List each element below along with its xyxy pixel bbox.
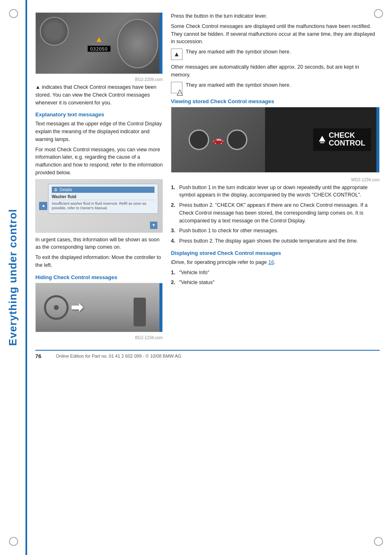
heading-displaying: Displaying stored Check Control messages xyxy=(171,250,380,256)
para-exit: To exit the displayed information: Move … xyxy=(35,254,163,269)
popup-header-bar: 🗎 Details xyxy=(52,187,154,193)
page-link-16[interactable]: 16 xyxy=(268,259,274,265)
popup-box: 🗎 Details Washer fluid Insufficient wash… xyxy=(48,184,158,214)
cc-left-panel: 🚗 xyxy=(171,107,265,172)
turn-lever xyxy=(134,298,146,326)
list-item: 3.Push button 1 to check for other messa… xyxy=(171,227,380,235)
step-text: "Vehicle Info" xyxy=(179,269,210,277)
step-number: 3. xyxy=(171,227,177,235)
symbol-row-1: They are marked with the symbol shown he… xyxy=(171,48,380,60)
image-caption-cc: WD2-1234.com xyxy=(171,178,380,182)
dash-center-panel: ▲ 032050 xyxy=(88,35,111,52)
details-popup-image: ◄ 🗎 Details Washer fluid Insufficient wa… xyxy=(35,179,163,233)
left-speedometer xyxy=(40,17,69,46)
page-number: 76 xyxy=(35,353,48,359)
corner-mark-tr xyxy=(374,9,383,18)
para-press-button: Press the button in the turn indicator l… xyxy=(171,12,380,20)
symbol-box-2 xyxy=(171,82,182,93)
image-caption-1: BG2-2209.com xyxy=(35,77,163,82)
left-gauge xyxy=(189,130,209,150)
dashboard-image: ▲ 032050 xyxy=(35,12,163,74)
corner-mark-br xyxy=(374,537,383,546)
list-item: 2."Vehicle status" xyxy=(171,279,380,287)
para-some-messages: Some Check Control messages are displaye… xyxy=(171,23,380,46)
image-blue-strip xyxy=(159,13,162,74)
car-silhouette: 🚗 xyxy=(212,134,224,145)
step-number: 4. xyxy=(171,237,177,245)
sidebar-title: Everything under control xyxy=(0,0,25,555)
displaying-steps-list: 1."Vehicle Info"2."Vehicle status" xyxy=(171,269,380,287)
right-gauge xyxy=(227,130,247,150)
sidebar-title-text: Everything under control xyxy=(7,209,19,346)
image-caption-hiding: BG2-1234.com xyxy=(35,335,163,340)
footer-text: Online Edition for Part no. 01 41 2 602 … xyxy=(56,354,181,358)
instrument-cluster: 🚗 xyxy=(189,130,247,150)
right-speedometer xyxy=(117,19,158,68)
list-item: 4.Press button 2. The display again show… xyxy=(171,237,380,245)
step-number: 2. xyxy=(171,279,177,287)
popup-washer-title: Washer fluid xyxy=(52,194,154,200)
symbol2-text: They are marked with the symbol shown he… xyxy=(186,81,291,89)
triangle-filled-icon xyxy=(173,51,180,58)
cc-image-blue-strip xyxy=(376,107,379,172)
cc-text-line2: CONTROL xyxy=(329,140,365,148)
step-number: 1. xyxy=(171,269,177,277)
two-col-layout: ▲ 032050 BG2-2209.com ▲ indicates that C… xyxy=(35,12,380,342)
step-number: 1. xyxy=(171,184,177,199)
odometer-display: 032050 xyxy=(88,46,111,52)
list-item: 1.Push button 1 in the turn indicator le… xyxy=(171,184,380,199)
heading-explanatory: Explanatory text messages xyxy=(35,111,163,118)
symbol-box-1 xyxy=(171,49,182,60)
popup-down-arrow: ▼ xyxy=(150,222,157,229)
para-other-messages: Other messages are automatically hidden … xyxy=(171,63,380,79)
list-item: 2.Press button 2. "CHECK OK" appears if … xyxy=(171,201,380,224)
para-idrive: iDrive, for operating principle refer to… xyxy=(171,259,380,266)
page-container: Everything under control ▲ 032050 BG2-22… xyxy=(0,0,392,555)
hiding-arrow-icon: ➡ xyxy=(71,299,83,316)
step-text: Push button 1 to check for other message… xyxy=(179,227,278,235)
para-urgent: In urgent cases, this information will b… xyxy=(35,236,163,252)
viewing-steps-list: 1.Push button 1 in the turn indicator le… xyxy=(171,184,380,245)
page-footer: 76 Online Edition for Part no. 01 41 2 6… xyxy=(35,350,380,359)
hiding-image: ➡ xyxy=(35,283,163,332)
popup-back-arrow: ◄ xyxy=(39,202,47,210)
left-column: ▲ 032050 BG2-2209.com ▲ indicates that C… xyxy=(35,12,163,342)
step-text: Push button 1 in the turn indicator leve… xyxy=(179,184,380,199)
list-item: 1."Vehicle Info" xyxy=(171,269,380,277)
heading-viewing: Viewing stored Check Control messages xyxy=(171,98,380,104)
para-text-messages-1: Text messages at the upper edge of the C… xyxy=(35,120,163,143)
para-stored-messages: ▲ indicates that Check Control messages … xyxy=(35,83,163,106)
right-column: Press the button in the turn indicator l… xyxy=(171,12,380,342)
popup-header-text: Details xyxy=(60,187,72,192)
cc-triangle-container xyxy=(319,136,325,143)
hiding-image-blue-strip xyxy=(159,283,162,332)
cc-text-block: CHECK CONTROL xyxy=(329,132,365,148)
blue-accent-bar xyxy=(25,0,27,555)
check-control-display-box: CHECK CONTROL xyxy=(313,128,371,151)
step-text: Press button 2. The display again shows … xyxy=(179,237,358,245)
warning-triangle-icon: ▲ xyxy=(95,35,103,44)
cc-right-panel: CHECK CONTROL xyxy=(265,107,379,172)
popup-washer-body: Insufficient washer fluid in fluid reser… xyxy=(52,201,154,211)
cc-text-line1: CHECK xyxy=(329,132,365,140)
step-text: Press button 2. "CHECK OK" appears if th… xyxy=(179,201,380,224)
cc-line xyxy=(320,143,324,143)
heading-hiding: Hiding Check Control messages xyxy=(35,274,163,280)
para-text-messages-2: For most Check Control messages, you can… xyxy=(35,146,163,177)
step-text: "Vehicle status" xyxy=(179,279,214,287)
main-content: ▲ 032050 BG2-2209.com ▲ indicates that C… xyxy=(27,0,392,372)
hiding-image-content: ➡ xyxy=(36,283,162,332)
steering-wheel-icon xyxy=(44,295,69,320)
cc-triangle-icon xyxy=(319,136,325,142)
check-control-image: 🚗 CHECK CONTROL xyxy=(171,107,380,173)
symbol-row-2: They are marked with the symbol shown he… xyxy=(171,81,380,93)
step-number: 2. xyxy=(171,201,177,224)
symbol1-text: They are marked with the symbol shown he… xyxy=(186,48,291,56)
details-icon: 🗎 xyxy=(54,187,58,192)
